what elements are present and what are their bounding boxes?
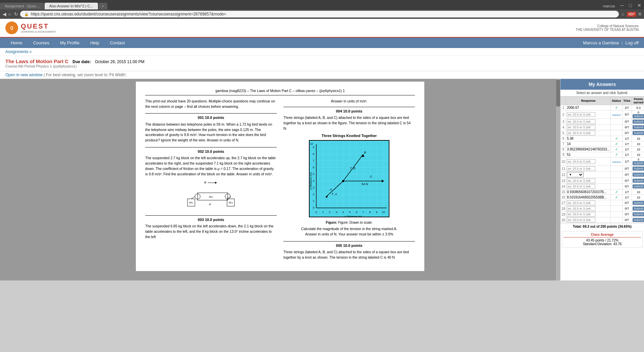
- submit-button[interactable]: Submit: [633, 125, 644, 129]
- nav-help[interactable]: Help: [85, 38, 105, 48]
- answer-status-cell: Started: [611, 111, 623, 119]
- submit-button[interactable]: Submit: [633, 120, 644, 124]
- answer-points-cell[interactable]: Submit: [632, 125, 644, 130]
- graph-container: Three Strings Knotted Together: [283, 133, 415, 219]
- maximize-icon[interactable]: □: [627, 1, 635, 9]
- answer-input[interactable]: [567, 201, 595, 205]
- answer-row-num: 7: [561, 141, 566, 147]
- answer-input[interactable]: [567, 112, 595, 117]
- answer-response-cell[interactable]: [566, 125, 611, 130]
- cns-text: College of Natural Sciences THE UNIVERSI…: [576, 24, 639, 32]
- answer-points-cell[interactable]: Submit: [632, 200, 644, 206]
- answer-points-cell[interactable]: Submit: [632, 172, 644, 178]
- answer-input[interactable]: [567, 119, 595, 124]
- submit-button[interactable]: Submit: [633, 173, 644, 177]
- answer-points-cell[interactable]: 0 Submit: [632, 158, 644, 166]
- answer-response-cell[interactable]: ▼: [566, 172, 611, 178]
- answer-tries-cell: 1/7: [622, 136, 632, 141]
- answer-points-cell[interactable]: Submit: [632, 166, 644, 172]
- browser-tab-1[interactable]: Assignment - Ques...: [0, 3, 44, 9]
- submit-button[interactable]: Submit: [633, 212, 644, 216]
- address-input-container: 🔒: [20, 11, 619, 17]
- answer-response-cell[interactable]: [566, 200, 611, 206]
- answer-response-cell: 0.93086560810720337B...: [566, 189, 611, 195]
- submit-button[interactable]: Submit: [633, 167, 644, 171]
- abp-icon[interactable]: ABP: [627, 12, 636, 17]
- submit-button[interactable]: Submit: [633, 161, 644, 165]
- answer-tries-cell: 0/7: [622, 212, 632, 217]
- minimize-icon[interactable]: ─: [618, 1, 627, 9]
- answer-input[interactable]: [567, 131, 595, 135]
- open-new-window-link[interactable]: Open in new window: [5, 73, 43, 77]
- answer-input[interactable]: [567, 178, 595, 183]
- scroll-thumb[interactable]: [556, 80, 560, 106]
- doc-right-col: Answer in units of m/s². 004 10.0 points…: [283, 99, 415, 264]
- answer-input[interactable]: [567, 166, 595, 171]
- answer-input[interactable]: [567, 159, 595, 164]
- answer-response-cell[interactable]: [566, 212, 611, 217]
- col-response: Response: [566, 97, 611, 105]
- q2-text: The suspended 2.7 kg block on the left a…: [145, 156, 277, 177]
- browser-tab-3[interactable]: +: [99, 3, 107, 9]
- breadcrumb-assignments[interactable]: Assignments «: [5, 49, 32, 54]
- answer-points-cell[interactable]: Submit: [632, 212, 644, 217]
- browser-tab-2[interactable]: Also Answer In M/s^2 | C...: [45, 3, 98, 9]
- answer-points-cell[interactable]: Submit: [632, 206, 644, 212]
- answer-points-cell[interactable]: Submit: [632, 184, 644, 189]
- answer-response-cell[interactable]: [566, 111, 611, 119]
- answer-dropdown[interactable]: ▼: [567, 172, 584, 177]
- problem-3: 003 10.0 points The suspended 6.85 kg bl…: [145, 215, 277, 240]
- forward-button[interactable]: ▶: [8, 11, 12, 17]
- answer-points-cell[interactable]: Submit: [632, 217, 644, 223]
- answer-response-cell[interactable]: [566, 184, 611, 189]
- nav-contact[interactable]: Contact: [105, 38, 130, 48]
- q4-answer-units: Answer in units of N. Your answer must b…: [283, 232, 415, 237]
- answer-row-num: 8: [561, 147, 566, 152]
- answer-input[interactable]: [567, 184, 595, 189]
- menu-icon[interactable]: ≡: [638, 11, 641, 17]
- svg-text:0: 0: [313, 206, 315, 209]
- answer-response-cell[interactable]: [566, 158, 611, 166]
- answer-response-cell[interactable]: [566, 178, 611, 184]
- answer-response-cell[interactable]: [566, 217, 611, 223]
- col-status: Status: [611, 97, 623, 105]
- answer-response-cell[interactable]: [566, 166, 611, 172]
- submit-button[interactable]: Submit: [633, 201, 644, 205]
- nav-home[interactable]: Home: [5, 38, 28, 48]
- nav-courses[interactable]: Courses: [28, 38, 55, 48]
- close-icon[interactable]: ✕: [635, 1, 644, 9]
- submit-button[interactable]: Submit: [633, 179, 644, 183]
- answer-tries-cell: 5/7: [622, 111, 632, 119]
- answer-tries-cell: 0/7: [622, 206, 632, 212]
- answer-input[interactable]: [567, 218, 595, 222]
- answer-input[interactable]: [567, 206, 595, 211]
- q3-header: 003 10.0 points: [145, 215, 277, 223]
- submit-button[interactable]: Submit: [633, 184, 644, 188]
- back-button[interactable]: ◀: [3, 11, 6, 17]
- answer-points-cell[interactable]: Submit: [632, 130, 644, 136]
- submit-button[interactable]: Submit: [633, 207, 644, 211]
- answer-status-cell: ✓: [611, 152, 623, 158]
- star-icon[interactable]: ☆: [621, 12, 625, 17]
- nav-my-profile[interactable]: My Profile: [55, 38, 85, 48]
- answer-input[interactable]: [567, 125, 595, 130]
- nav-logoff[interactable]: Log off: [625, 40, 639, 45]
- nav-user-area: Marcus a Gamboa | Log off: [583, 40, 639, 45]
- answer-points-cell[interactable]: Submit: [632, 178, 644, 184]
- submit-button[interactable]: Submit: [633, 218, 644, 222]
- submit-button[interactable]: Submit: [633, 114, 644, 118]
- answer-response-cell[interactable]: [566, 206, 611, 212]
- submit-button[interactable]: Submit: [633, 131, 644, 135]
- answer-response-cell[interactable]: [566, 130, 611, 136]
- answer-points-cell[interactable]: 0 Submit: [632, 111, 644, 119]
- quest-brand: QUEST LEARNING & ASSESSMENT: [21, 23, 56, 34]
- answer-response-cell[interactable]: [566, 119, 611, 125]
- q3-text: The suspended 6.85 kg block on the left …: [145, 224, 277, 239]
- refresh-button[interactable]: ↻: [14, 11, 18, 17]
- answer-points-cell[interactable]: Submit: [632, 119, 644, 125]
- zoom-hint: | For best viewing, set zoom level to 'F…: [44, 73, 127, 77]
- scrollbar[interactable]: [555, 79, 560, 280]
- address-input[interactable]: [31, 12, 615, 16]
- answer-input[interactable]: [567, 212, 595, 217]
- svg-text:1: 1: [322, 211, 324, 214]
